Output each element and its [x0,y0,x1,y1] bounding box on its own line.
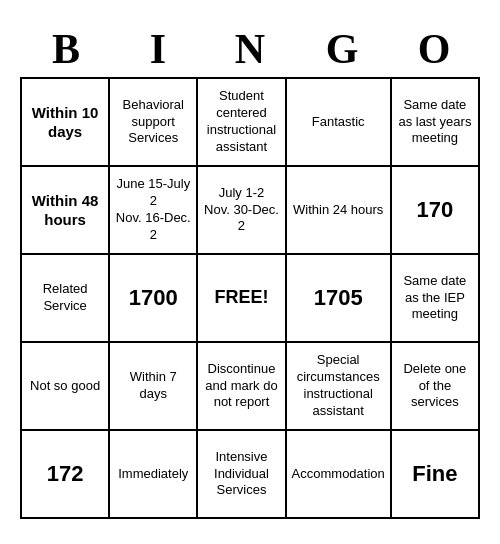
bingo-cell-4: Same date as last years meeting [392,79,480,167]
bingo-cell-21: Immediately [110,431,198,519]
bingo-cell-2: Student centered instructional assistant [198,79,286,167]
letter-b: B [22,25,110,73]
letter-n: N [206,25,294,73]
bingo-cell-3: Fantastic [287,79,392,167]
bingo-grid: Within 10 daysBehavioral support Service… [20,77,480,519]
bingo-cell-22: Intensive Individual Services [198,431,286,519]
bingo-cell-20: 172 [22,431,110,519]
bingo-cell-24: Fine [392,431,480,519]
bingo-header: B I N G O [20,25,480,73]
letter-i: I [114,25,202,73]
bingo-cell-14: Same date as the IEP meeting [392,255,480,343]
bingo-cell-15: Not so good [22,343,110,431]
bingo-cell-9: 170 [392,167,480,255]
bingo-cell-1: Behavioral support Services [110,79,198,167]
bingo-cell-7: July 1-2Nov. 30-Dec. 2 [198,167,286,255]
bingo-cell-18: Special circumstances instructional assi… [287,343,392,431]
bingo-cell-17: Discontinue and mark do not report [198,343,286,431]
bingo-cell-16: Within 7 days [110,343,198,431]
letter-g: G [298,25,386,73]
letter-o: O [390,25,478,73]
bingo-cell-19: Delete one of the services [392,343,480,431]
bingo-card: B I N G O Within 10 daysBehavioral suppo… [10,15,490,529]
bingo-cell-0: Within 10 days [22,79,110,167]
bingo-cell-5: Within 48 hours [22,167,110,255]
bingo-cell-6: June 15-July 2Nov. 16-Dec. 2 [110,167,198,255]
bingo-cell-13: 1705 [287,255,392,343]
bingo-cell-12: FREE! [198,255,286,343]
bingo-cell-23: Accommodation [287,431,392,519]
bingo-cell-11: 1700 [110,255,198,343]
bingo-cell-8: Within 24 hours [287,167,392,255]
bingo-cell-10: Related Service [22,255,110,343]
